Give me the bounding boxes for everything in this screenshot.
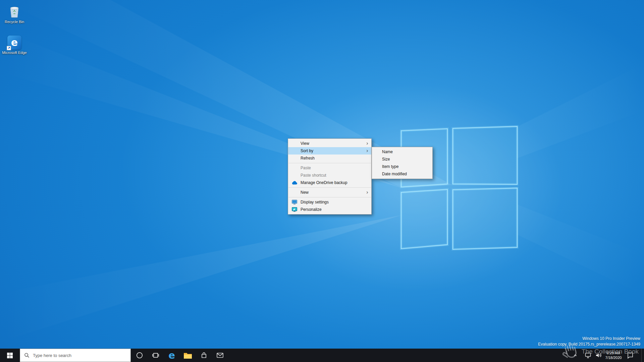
start-button[interactable] (0, 349, 19, 362)
menu-separator (288, 187, 371, 188)
taskbar: Type here to search e (0, 349, 644, 362)
display-settings-icon (291, 198, 298, 206)
network-icon (584, 352, 592, 359)
task-view-icon (152, 351, 160, 359)
file-explorer-icon (183, 352, 192, 359)
desktop-icon-label: Microsoft Edge (2, 51, 27, 55)
desktop-icon-recycle-bin[interactable]: Recycle Bin (0, 4, 30, 24)
edge-icon: e (168, 351, 175, 360)
onedrive-cloud-icon (291, 179, 298, 186)
taskbar-volume-button[interactable] (594, 349, 604, 362)
cortana-icon (136, 352, 143, 359)
menu-item-new[interactable]: New › (288, 189, 371, 196)
action-center-button[interactable] (623, 349, 637, 362)
clock-time: 9:29 AM (607, 351, 620, 355)
desktop-context-menu: View › Sort by › Refresh Paste Paste sho… (288, 138, 372, 215)
taskbar-clock[interactable]: 9:29 AM 7/18/2020 (604, 349, 623, 362)
hidden-icons-chevron-button[interactable] (570, 349, 580, 362)
taskbar-network-button[interactable] (583, 349, 593, 362)
taskbar-taskview-button[interactable] (148, 349, 164, 362)
taskbar-store-button[interactable] (196, 349, 212, 362)
clock-date: 7/18/2020 (605, 355, 622, 360)
taskbar-edge-button[interactable]: e (164, 349, 180, 362)
shortcut-arrow-badge (7, 46, 11, 50)
taskbar-search-box[interactable]: Type here to search (20, 349, 131, 362)
search-icon (24, 353, 30, 358)
menu-item-sort-by[interactable]: Sort by › (288, 147, 371, 155)
desktop-icon-label: Recycle Bin (2, 20, 27, 24)
taskbar-file-explorer-button[interactable] (180, 349, 196, 362)
show-desktop-button[interactable] (641, 349, 644, 362)
personalize-icon (291, 206, 298, 213)
store-icon (200, 352, 208, 359)
sort-by-submenu: Name Size Item type Date modified (372, 147, 433, 179)
submenu-item-name[interactable]: Name (372, 148, 432, 156)
chevron-up-icon (573, 353, 578, 358)
menu-item-paste-shortcut: Paste shortcut (288, 172, 371, 179)
menu-item-refresh[interactable]: Refresh (288, 155, 371, 162)
action-center-icon (627, 352, 634, 359)
menu-item-manage-onedrive-backup[interactable]: Manage OneDrive backup (288, 179, 371, 186)
microsoft-edge-icon: e (7, 36, 21, 50)
menu-separator (288, 197, 371, 197)
watermark-line-2: Evaluation copy. Build 20175.rs_prerelea… (538, 342, 640, 347)
menu-item-paste: Paste (288, 164, 371, 172)
volume-icon (595, 352, 602, 359)
search-placeholder: Type here to search (33, 353, 71, 358)
menu-item-display-settings[interactable]: Display settings (288, 198, 371, 206)
taskbar-cortana-button[interactable] (131, 349, 148, 362)
taskbar-mail-button[interactable] (212, 349, 228, 362)
desktop-icon-microsoft-edge[interactable]: e Microsoft Edge (0, 36, 30, 55)
submenu-arrow-icon: › (366, 140, 368, 147)
desktop[interactable]: Recycle Bin e Microsoft Edge View › Sort… (0, 0, 644, 362)
watermark-line-1: Windows 10 Pro Insider Preview (538, 336, 640, 342)
submenu-arrow-icon: › (366, 147, 368, 155)
submenu-item-item-type[interactable]: Item type (372, 163, 432, 170)
mail-icon (216, 351, 224, 359)
windows-logo-icon (7, 353, 13, 358)
submenu-item-size[interactable]: Size (372, 156, 432, 163)
menu-item-view[interactable]: View › (288, 140, 371, 147)
build-watermark: Windows 10 Pro Insider Preview Evaluatio… (538, 336, 640, 347)
menu-item-personalize[interactable]: Personalize (288, 206, 371, 213)
submenu-item-date-modified[interactable]: Date modified (372, 170, 432, 178)
recycle-bin-icon (7, 4, 22, 19)
menu-separator (288, 163, 371, 163)
submenu-arrow-icon: › (366, 189, 368, 196)
